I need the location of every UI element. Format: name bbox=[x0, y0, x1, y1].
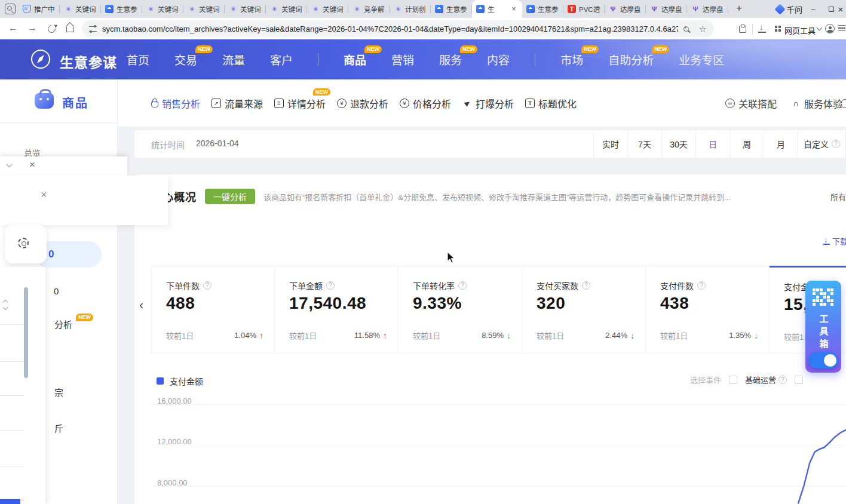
nav-item[interactable]: 交易 NEW bbox=[174, 51, 197, 67]
module-tab[interactable]: 标题优化 bbox=[525, 96, 577, 110]
browser-tab[interactable]: 关键词 bbox=[266, 0, 307, 18]
browser-tab[interactable]: 生意参 bbox=[522, 0, 563, 18]
brand-title[interactable]: 生意参谋 bbox=[60, 51, 117, 72]
window-minimize-button[interactable]: – bbox=[803, 0, 823, 18]
browser-tab[interactable]: PVC透 bbox=[563, 0, 605, 18]
date-option[interactable]: 月 bbox=[764, 130, 798, 158]
tab-favicon bbox=[435, 5, 443, 13]
nav-item[interactable]: 商品 NEW bbox=[344, 51, 366, 67]
back-icon[interactable]: ← bbox=[8, 23, 18, 33]
nav-item[interactable]: 首页 bbox=[127, 51, 149, 67]
cards-scroll-left-chevron[interactable]: ‹ bbox=[139, 297, 143, 312]
qianwen-button[interactable]: 千问 bbox=[771, 2, 807, 16]
module-tab[interactable]: 流量来源 bbox=[212, 96, 263, 110]
module-tab[interactable]: 关联搭配 bbox=[725, 96, 777, 110]
metric-card[interactable]: 下单转化率 9.33% 较前1日 8.59% bbox=[399, 266, 522, 354]
url-text[interactable]: sycm.taobao.com/cc/item_archives?activeK… bbox=[102, 24, 678, 33]
tab-close-icon[interactable] bbox=[510, 5, 518, 13]
sidebar-item-fragment[interactable]: 宗 bbox=[54, 386, 63, 398]
module-tab[interactable]: 打爆分析 bbox=[462, 96, 514, 110]
date-option[interactable]: 30天 bbox=[662, 130, 696, 158]
nav-item[interactable]: 市场 NEW bbox=[560, 51, 583, 67]
home-icon[interactable] bbox=[66, 27, 74, 32]
downloads-icon[interactable] bbox=[758, 24, 766, 33]
extensions-icon[interactable] bbox=[739, 26, 746, 33]
profile-avatar-icon[interactable] bbox=[825, 24, 835, 33]
browser-tab[interactable]: 关键词 bbox=[183, 0, 225, 18]
help-icon[interactable] bbox=[458, 281, 467, 290]
chevron-down-icon[interactable] bbox=[7, 162, 13, 168]
date-option-label: 30天 bbox=[670, 138, 688, 150]
nav-item[interactable]: 流量 bbox=[222, 51, 245, 67]
forward-icon[interactable]: → bbox=[27, 23, 37, 33]
close-icon[interactable]: × bbox=[29, 159, 35, 171]
browser-menu-icon[interactable] bbox=[838, 25, 845, 31]
metric-card[interactable]: 支付件数 438 较前1日 1.35% bbox=[646, 266, 770, 354]
sidebar-item-fragment[interactable]: 0 bbox=[48, 248, 54, 260]
browser-tab[interactable]: 生意参 bbox=[101, 0, 142, 18]
browser-tab[interactable]: 推广中 bbox=[19, 0, 60, 18]
screen: 推广中 关键词 生意参 关键词 关键词 关键词 bbox=[0, 0, 846, 504]
date-option[interactable]: 周 bbox=[730, 130, 764, 158]
scrollbar-thumb[interactable] bbox=[24, 287, 28, 378]
new-tab-button[interactable]: + bbox=[732, 2, 746, 16]
module-tab[interactable]: 退款分析 bbox=[337, 96, 388, 110]
browser-tab[interactable]: 关键词 bbox=[142, 0, 183, 18]
event-checkbox[interactable] bbox=[795, 376, 803, 384]
nav-item[interactable]: 自助分析 NEW bbox=[608, 51, 654, 67]
stat-date-value[interactable]: 2026-01-04 bbox=[196, 139, 239, 148]
all-terms-link[interactable]: 所有 bbox=[830, 191, 846, 202]
web-tools-label[interactable]: 网页工具 bbox=[784, 24, 816, 36]
help-icon[interactable] bbox=[832, 140, 840, 148]
help-icon[interactable] bbox=[697, 281, 706, 290]
metric-card[interactable]: 支付买家数 320 较前1日 2.44% bbox=[522, 266, 646, 354]
browser-tab[interactable]: 生意参 bbox=[431, 0, 472, 18]
sidebar-item-fragment[interactable]: 0 bbox=[54, 286, 59, 296]
browser-tab[interactable]: 达摩盘 bbox=[687, 0, 728, 18]
module-tab[interactable]: 价格分析 bbox=[400, 96, 451, 110]
sidebar-item-analysis[interactable]: 分析 bbox=[54, 318, 72, 330]
nav-item[interactable]: 内容 bbox=[487, 51, 510, 67]
browser-tab[interactable]: 关键词 bbox=[225, 0, 266, 18]
tab-search-icon[interactable] bbox=[5, 4, 16, 14]
download-link[interactable]: 下载 bbox=[823, 235, 846, 247]
browser-tab[interactable]: 关键词 bbox=[307, 0, 348, 18]
address-bar[interactable]: sycm.taobao.com/cc/item_archives?activeK… bbox=[82, 20, 714, 37]
date-option[interactable]: 日 bbox=[696, 130, 730, 158]
browser-tab[interactable]: 生 bbox=[472, 0, 522, 18]
window-close-button[interactable]: × bbox=[835, 0, 846, 18]
sidebar-item-fragment[interactable]: 斤 bbox=[54, 422, 63, 434]
date-option[interactable]: 7天 bbox=[628, 130, 662, 158]
metric-card[interactable]: 下单金额 17,540.48 较前1日 11.58% bbox=[275, 266, 399, 354]
nav-item[interactable]: 业务专区 bbox=[679, 51, 724, 67]
sort-control[interactable] bbox=[4, 300, 10, 311]
metric-card[interactable]: 下单件数 488 较前1日 1.04% bbox=[151, 266, 275, 354]
module-tab[interactable]: 详情分析 NEW bbox=[274, 96, 326, 110]
browser-tab[interactable]: 达摩盘 bbox=[646, 0, 687, 18]
help-icon[interactable] bbox=[778, 376, 787, 384]
help-icon[interactable] bbox=[326, 281, 335, 290]
nav-item[interactable]: 营销 bbox=[391, 51, 414, 67]
list-row-divider bbox=[0, 430, 24, 431]
browser-tab[interactable]: 达摩盘 bbox=[605, 0, 646, 18]
module-tab[interactable]: 销售分析 bbox=[151, 96, 200, 110]
site-permissions-icon[interactable] bbox=[89, 26, 97, 32]
browser-tab[interactable]: 竞争解 bbox=[348, 0, 390, 18]
module-tab[interactable]: 服务体验 bbox=[791, 96, 842, 110]
bookmark-star-icon[interactable]: ☆ bbox=[699, 24, 707, 33]
browser-tab[interactable]: 关键词 bbox=[60, 0, 101, 18]
nav-item[interactable]: 客户 bbox=[270, 51, 293, 67]
zoom-icon[interactable] bbox=[683, 26, 689, 32]
event-checkbox[interactable] bbox=[729, 376, 737, 384]
one-click-analyze-button[interactable]: 一键分析 bbox=[205, 189, 255, 204]
browser-tab[interactable]: 计划创 bbox=[390, 0, 431, 18]
date-option[interactable]: 实时 bbox=[594, 130, 628, 158]
help-icon[interactable] bbox=[582, 281, 590, 290]
gear-icon[interactable] bbox=[18, 238, 29, 248]
close-icon[interactable]: × bbox=[41, 189, 47, 201]
help-icon[interactable] bbox=[203, 281, 212, 290]
toolbox-toggle-on[interactable] bbox=[808, 352, 838, 368]
nav-item[interactable]: 服务 NEW bbox=[439, 51, 462, 67]
web-tools-grid-icon[interactable] bbox=[775, 26, 781, 32]
date-option[interactable]: 自定义 bbox=[798, 130, 846, 158]
